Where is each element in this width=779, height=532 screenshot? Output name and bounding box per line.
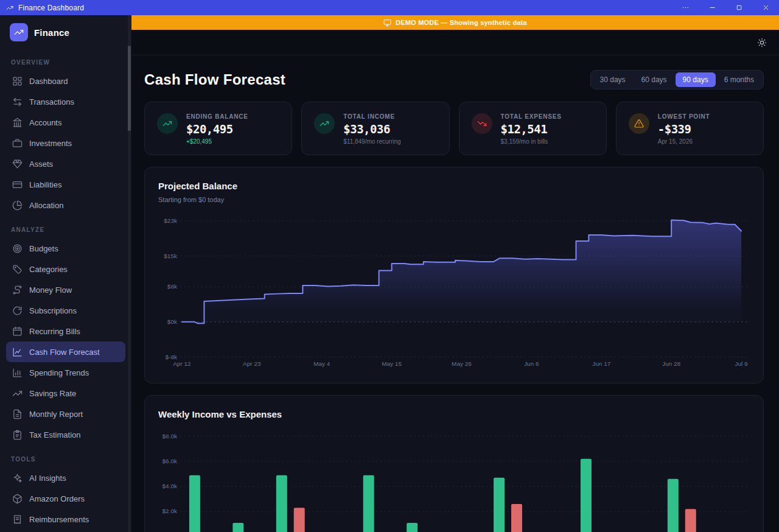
sidebar-item-savings-rate[interactable]: Savings Rate bbox=[6, 383, 125, 404]
window-controls bbox=[672, 0, 779, 15]
sidebar-item-label: Accounts bbox=[29, 118, 61, 127]
refresh-icon bbox=[12, 306, 23, 316]
nav-section-label-overview: OVERVIEW bbox=[0, 48, 131, 71]
brand-name: Finance bbox=[34, 27, 69, 38]
titlebar: Finance Dashboard bbox=[0, 0, 779, 15]
briefcase-icon bbox=[12, 138, 23, 149]
sidebar-item-label: Money Flow bbox=[29, 285, 72, 295]
topbar bbox=[131, 30, 779, 55]
weekly-income-expenses-title: Weekly Income vs Expenses bbox=[158, 409, 750, 419]
finance-logo-icon bbox=[10, 23, 28, 41]
sidebar-nav: OVERVIEWDashboardTransactionsAccountsInv… bbox=[0, 48, 131, 530]
sidebar-item-label: Assets bbox=[29, 159, 53, 169]
app-icon bbox=[6, 4, 13, 12]
tag-icon bbox=[12, 264, 23, 275]
window-title: Finance Dashboard bbox=[18, 4, 84, 12]
sidebar-item-recurring-bills[interactable]: Recurring Bills bbox=[6, 321, 125, 341]
sidebar-item-liabilities[interactable]: Liabilities bbox=[6, 174, 125, 195]
sidebar-item-label: Liabilities bbox=[29, 180, 61, 189]
trending-up-icon bbox=[157, 113, 178, 134]
range-button-30-days[interactable]: 30 days bbox=[593, 72, 633, 87]
stat-value: $33,036 bbox=[343, 122, 400, 136]
range-button-90-days[interactable]: 90 days bbox=[676, 72, 716, 87]
sparkles-icon bbox=[12, 473, 23, 483]
stat-value: $20,495 bbox=[186, 122, 248, 136]
range-button-60-days[interactable]: 60 days bbox=[634, 72, 674, 87]
demo-mode-text: DEMO MODE — Showing synthetic data bbox=[396, 19, 527, 26]
projected-balance-title: Projected Balance bbox=[158, 181, 750, 191]
window-maximize-button[interactable] bbox=[725, 0, 752, 15]
sidebar-item-label: Savings Rate bbox=[29, 389, 76, 398]
sidebar-item-reimbursements[interactable]: Reimbursements bbox=[6, 509, 125, 530]
sidebar-item-label: Spending Trends bbox=[29, 368, 89, 377]
clipboard-icon bbox=[12, 430, 23, 440]
credit-card-icon bbox=[12, 180, 23, 190]
page-header: Cash Flow Forecast 30 days60 days90 days… bbox=[144, 70, 764, 89]
svg-text:Apr 23: Apr 23 bbox=[243, 360, 261, 367]
stat-label: LOWEST POINT bbox=[658, 113, 710, 120]
sidebar-item-tax-estimation[interactable]: Tax Estimation bbox=[6, 424, 125, 445]
sidebar-item-ai-insights[interactable]: AI Insights bbox=[6, 467, 125, 488]
svg-text:$0k: $0k bbox=[167, 318, 177, 325]
sidebar-item-label: Allocation bbox=[29, 201, 63, 210]
stat-sub: +$20,495 bbox=[186, 138, 248, 145]
pie-chart-icon bbox=[12, 200, 23, 211]
sidebar-item-money-flow[interactable]: Money Flow bbox=[6, 279, 125, 300]
window-minimize-button[interactable] bbox=[699, 0, 725, 15]
svg-text:Jun 17: Jun 17 bbox=[592, 360, 610, 367]
gem-icon bbox=[12, 159, 23, 169]
sidebar-item-label: Reimbursements bbox=[29, 515, 89, 524]
flow-icon bbox=[12, 285, 23, 295]
theme-toggle-sun-icon[interactable] bbox=[757, 38, 767, 47]
range-button-6-months[interactable]: 6 months bbox=[717, 72, 761, 87]
sidebar-item-label: Investments bbox=[29, 139, 72, 148]
window-more-button[interactable] bbox=[672, 0, 699, 15]
sidebar-item-dashboard[interactable]: Dashboard bbox=[6, 71, 125, 91]
trending-up-icon bbox=[12, 388, 23, 399]
svg-text:Jun 6: Jun 6 bbox=[524, 360, 539, 367]
app-window: Finance Dashboard Finance OVERVIEWDashbo… bbox=[0, 0, 779, 532]
sidebar-item-monthly-report[interactable]: Monthly Report bbox=[6, 404, 125, 424]
stat-sub: $11,849/mo recurring bbox=[343, 138, 400, 145]
svg-text:Jul 9: Jul 9 bbox=[735, 360, 748, 367]
svg-text:$4.0k: $4.0k bbox=[162, 483, 177, 490]
sidebar: Finance OVERVIEWDashboardTransactionsAcc… bbox=[0, 15, 131, 532]
window-close-button[interactable] bbox=[752, 0, 779, 15]
package-icon bbox=[12, 494, 23, 504]
projected-balance-chart: $23k$15k$8k$0k$-8kApr 12Apr 23May 4May 1… bbox=[158, 213, 750, 369]
stat-card-total-income: TOTAL INCOME$33,036$11,849/mo recurring bbox=[301, 102, 449, 155]
sidebar-item-label: Dashboard bbox=[29, 77, 68, 86]
svg-text:$15k: $15k bbox=[164, 253, 177, 259]
file-text-icon bbox=[12, 409, 23, 419]
sidebar-scrollbar-thumb[interactable] bbox=[128, 46, 131, 131]
svg-text:Apr 12: Apr 12 bbox=[173, 360, 191, 367]
sidebar-item-subscriptions[interactable]: Subscriptions bbox=[6, 300, 125, 321]
sidebar-item-label: Budgets bbox=[29, 244, 58, 253]
page-title: Cash Flow Forecast bbox=[144, 71, 285, 88]
sidebar-item-assets[interactable]: Assets bbox=[6, 153, 125, 174]
grid-icon bbox=[12, 76, 23, 86]
sidebar-item-amazon-orders[interactable]: Amazon Orders bbox=[6, 488, 125, 509]
sidebar-item-label: Subscriptions bbox=[29, 306, 77, 315]
sidebar-item-cash-flow-forecast[interactable]: Cash Flow Forecast bbox=[6, 341, 125, 362]
stat-value: -$339 bbox=[658, 122, 710, 136]
sidebar-item-allocation[interactable]: Allocation bbox=[6, 195, 125, 215]
trending-up-icon bbox=[314, 113, 335, 134]
stat-value: $12,541 bbox=[501, 122, 562, 136]
sidebar-item-investments[interactable]: Investments bbox=[6, 133, 125, 153]
sidebar-item-label: Transactions bbox=[29, 97, 74, 107]
chart-line-icon bbox=[12, 347, 23, 357]
sidebar-item-budgets[interactable]: Budgets bbox=[6, 238, 125, 259]
sidebar-item-label: Monthly Report bbox=[29, 410, 83, 419]
svg-text:$8.0k: $8.0k bbox=[162, 433, 177, 439]
svg-text:$23k: $23k bbox=[164, 217, 177, 224]
sidebar-item-label: Tax Estimation bbox=[29, 430, 81, 439]
sidebar-item-categories[interactable]: Categories bbox=[6, 259, 125, 279]
sidebar-item-transactions[interactable]: Transactions bbox=[6, 91, 125, 112]
receipt-icon bbox=[12, 514, 23, 525]
sidebar-item-label: Categories bbox=[29, 265, 68, 274]
svg-text:May 4: May 4 bbox=[313, 360, 330, 367]
stats-row: ENDING BALANCE$20,495+$20,495TOTAL INCOM… bbox=[144, 102, 764, 155]
sidebar-item-spending-trends[interactable]: Spending Trends bbox=[6, 362, 125, 383]
sidebar-item-accounts[interactable]: Accounts bbox=[6, 112, 125, 133]
